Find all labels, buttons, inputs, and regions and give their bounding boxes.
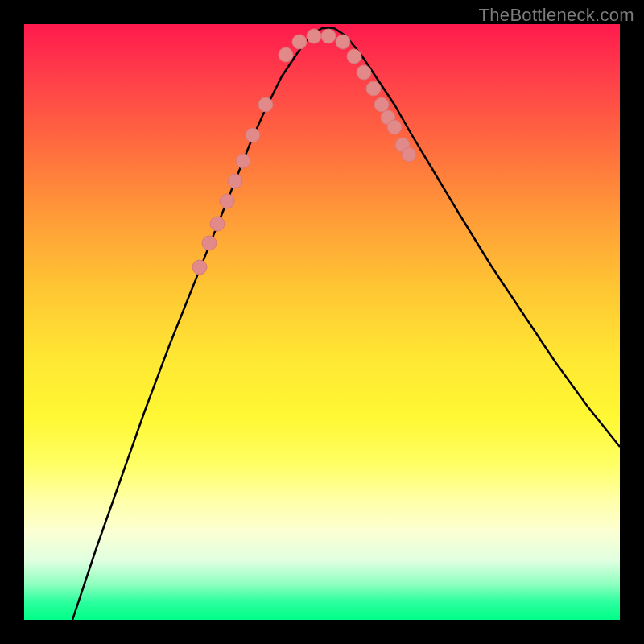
marker-dot (387, 120, 402, 134)
marker-dot (357, 65, 371, 80)
marker-dot (366, 81, 381, 96)
watermark-text: TheBottleneck.com (479, 5, 634, 26)
marker-dot (292, 35, 307, 49)
bottleneck-curve (72, 28, 620, 620)
marker-dot (202, 236, 217, 250)
marker-dot (220, 194, 234, 208)
marker-dot (246, 128, 260, 142)
marker-dot (236, 154, 250, 168)
marker-dot (402, 147, 416, 162)
chart-svg (24, 24, 620, 620)
marker-dot (279, 47, 293, 62)
data-markers (192, 29, 416, 275)
marker-dot (258, 97, 273, 112)
marker-dot (374, 97, 389, 112)
marker-dot (210, 217, 225, 231)
marker-dot (307, 29, 321, 43)
marker-dot (192, 260, 207, 275)
marker-dot (336, 35, 350, 49)
marker-dot (347, 49, 361, 64)
chart-plot-area (24, 24, 620, 620)
marker-dot (228, 174, 242, 188)
marker-dot (321, 29, 336, 43)
